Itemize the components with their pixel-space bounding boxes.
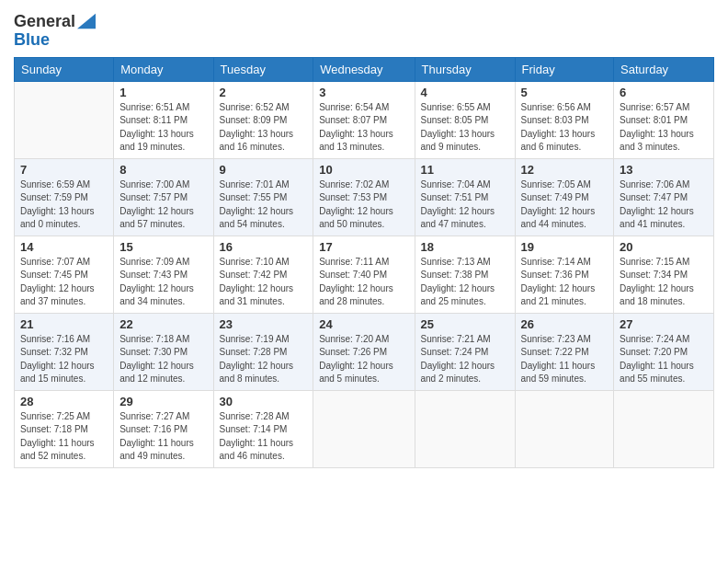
calendar-cell <box>313 390 415 467</box>
calendar-cell: 30Sunrise: 7:28 AMSunset: 7:14 PMDayligh… <box>213 390 313 467</box>
day-info: Sunrise: 7:25 AMSunset: 7:18 PMDaylight:… <box>20 410 108 464</box>
day-info: Sunrise: 7:27 AMSunset: 7:16 PMDaylight:… <box>119 410 207 464</box>
day-number: 11 <box>421 163 509 177</box>
logo-text-general: General <box>14 13 75 31</box>
day-info: Sunrise: 7:18 AMSunset: 7:30 PMDaylight:… <box>119 333 207 386</box>
day-number: 1 <box>119 86 207 99</box>
day-number: 5 <box>521 86 609 99</box>
day-info: Sunrise: 7:09 AMSunset: 7:43 PMDaylight:… <box>119 256 207 309</box>
day-info: Sunrise: 7:11 AMSunset: 7:40 PMDaylight:… <box>319 256 408 309</box>
header: General Blue <box>14 9 714 50</box>
calendar-cell: 2Sunrise: 6:52 AMSunset: 8:09 PMDaylight… <box>213 81 313 158</box>
day-info: Sunrise: 6:55 AMSunset: 8:05 PMDaylight:… <box>421 101 509 155</box>
calendar-cell: 7Sunrise: 6:59 AMSunset: 7:59 PMDaylight… <box>15 158 114 236</box>
calendar-cell <box>415 390 515 467</box>
header-friday: Friday <box>515 57 614 81</box>
calendar-cell <box>15 81 114 158</box>
calendar-cell: 27Sunrise: 7:24 AMSunset: 7:20 PMDayligh… <box>614 313 714 390</box>
day-info: Sunrise: 6:59 AMSunset: 7:59 PMDaylight:… <box>20 178 108 232</box>
day-number: 8 <box>119 163 207 177</box>
day-info: Sunrise: 7:00 AMSunset: 7:57 PMDaylight:… <box>119 178 207 232</box>
day-number: 27 <box>620 317 708 331</box>
day-number: 20 <box>620 240 708 254</box>
calendar-cell: 10Sunrise: 7:02 AMSunset: 7:53 PMDayligh… <box>313 158 415 236</box>
calendar-cell: 20Sunrise: 7:15 AMSunset: 7:34 PMDayligh… <box>614 236 714 313</box>
day-number: 25 <box>421 317 509 331</box>
calendar-cell: 14Sunrise: 7:07 AMSunset: 7:45 PMDayligh… <box>15 236 114 313</box>
day-info: Sunrise: 7:06 AMSunset: 7:47 PMDaylight:… <box>620 178 708 232</box>
day-info: Sunrise: 7:16 AMSunset: 7:32 PMDaylight:… <box>20 333 108 386</box>
day-info: Sunrise: 7:10 AMSunset: 7:42 PMDaylight:… <box>220 256 308 309</box>
calendar-cell: 11Sunrise: 7:04 AMSunset: 7:51 PMDayligh… <box>415 158 515 236</box>
day-info: Sunrise: 7:13 AMSunset: 7:38 PMDaylight:… <box>421 256 509 309</box>
day-info: Sunrise: 7:23 AMSunset: 7:22 PMDaylight:… <box>521 333 609 386</box>
day-info: Sunrise: 6:54 AMSunset: 8:07 PMDaylight:… <box>319 101 408 155</box>
logo-text-blue: Blue <box>14 31 96 50</box>
day-number: 7 <box>20 163 108 177</box>
day-info: Sunrise: 6:52 AMSunset: 8:09 PMDaylight:… <box>220 101 308 155</box>
day-info: Sunrise: 7:20 AMSunset: 7:26 PMDaylight:… <box>319 333 408 386</box>
day-number: 13 <box>620 163 708 177</box>
day-number: 16 <box>220 240 308 254</box>
day-number: 18 <box>421 240 509 254</box>
day-number: 15 <box>119 240 207 254</box>
day-number: 9 <box>220 163 308 177</box>
day-number: 10 <box>319 163 408 177</box>
calendar-cell <box>614 390 714 467</box>
day-info: Sunrise: 7:24 AMSunset: 7:20 PMDaylight:… <box>620 333 708 386</box>
calendar-cell: 5Sunrise: 6:56 AMSunset: 8:03 PMDaylight… <box>515 81 614 158</box>
header-thursday: Thursday <box>415 57 515 81</box>
day-number: 19 <box>521 240 609 254</box>
logo: General Blue <box>14 13 96 50</box>
day-number: 3 <box>319 86 408 99</box>
calendar-cell: 19Sunrise: 7:14 AMSunset: 7:36 PMDayligh… <box>515 236 614 313</box>
day-number: 23 <box>220 317 308 331</box>
calendar-cell: 6Sunrise: 6:57 AMSunset: 8:01 PMDaylight… <box>614 81 714 158</box>
logo-icon <box>77 12 96 30</box>
header-wednesday: Wednesday <box>313 57 415 81</box>
day-number: 26 <box>521 317 609 331</box>
day-number: 29 <box>119 395 207 408</box>
day-info: Sunrise: 6:57 AMSunset: 8:01 PMDaylight:… <box>620 101 708 155</box>
calendar-cell: 12Sunrise: 7:05 AMSunset: 7:49 PMDayligh… <box>515 158 614 236</box>
calendar-cell: 15Sunrise: 7:09 AMSunset: 7:43 PMDayligh… <box>114 236 213 313</box>
calendar-cell: 17Sunrise: 7:11 AMSunset: 7:40 PMDayligh… <box>313 236 415 313</box>
calendar-cell: 8Sunrise: 7:00 AMSunset: 7:57 PMDaylight… <box>114 158 213 236</box>
day-number: 24 <box>319 317 408 331</box>
calendar-cell: 9Sunrise: 7:01 AMSunset: 7:55 PMDaylight… <box>213 158 313 236</box>
day-info: Sunrise: 7:02 AMSunset: 7:53 PMDaylight:… <box>319 178 408 232</box>
calendar-week-row: 28Sunrise: 7:25 AMSunset: 7:18 PMDayligh… <box>15 390 714 467</box>
header-monday: Monday <box>114 57 213 81</box>
day-number: 12 <box>521 163 609 177</box>
day-info: Sunrise: 7:07 AMSunset: 7:45 PMDaylight:… <box>20 256 108 309</box>
header-sunday: Sunday <box>15 57 114 81</box>
calendar-cell: 3Sunrise: 6:54 AMSunset: 8:07 PMDaylight… <box>313 81 415 158</box>
weekday-header-row: Sunday Monday Tuesday Wednesday Thursday… <box>15 57 714 81</box>
calendar-cell: 28Sunrise: 7:25 AMSunset: 7:18 PMDayligh… <box>15 390 114 467</box>
svg-marker-0 <box>77 14 96 29</box>
calendar-week-row: 14Sunrise: 7:07 AMSunset: 7:45 PMDayligh… <box>15 236 714 313</box>
calendar-cell: 13Sunrise: 7:06 AMSunset: 7:47 PMDayligh… <box>614 158 714 236</box>
calendar-cell: 24Sunrise: 7:20 AMSunset: 7:26 PMDayligh… <box>313 313 415 390</box>
calendar-cell: 16Sunrise: 7:10 AMSunset: 7:42 PMDayligh… <box>213 236 313 313</box>
day-info: Sunrise: 7:28 AMSunset: 7:14 PMDaylight:… <box>220 410 308 464</box>
day-number: 30 <box>220 395 308 408</box>
calendar-cell: 23Sunrise: 7:19 AMSunset: 7:28 PMDayligh… <box>213 313 313 390</box>
day-info: Sunrise: 7:21 AMSunset: 7:24 PMDaylight:… <box>421 333 509 386</box>
calendar-cell: 29Sunrise: 7:27 AMSunset: 7:16 PMDayligh… <box>114 390 213 467</box>
day-number: 21 <box>20 317 108 331</box>
day-info: Sunrise: 7:04 AMSunset: 7:51 PMDaylight:… <box>421 178 509 232</box>
day-info: Sunrise: 6:56 AMSunset: 8:03 PMDaylight:… <box>521 101 609 155</box>
day-number: 6 <box>620 86 708 99</box>
day-info: Sunrise: 7:19 AMSunset: 7:28 PMDaylight:… <box>220 333 308 386</box>
calendar-cell: 4Sunrise: 6:55 AMSunset: 8:05 PMDaylight… <box>415 81 515 158</box>
day-number: 22 <box>119 317 207 331</box>
day-number: 14 <box>20 240 108 254</box>
calendar-cell <box>515 390 614 467</box>
header-tuesday: Tuesday <box>213 57 313 81</box>
day-info: Sunrise: 7:14 AMSunset: 7:36 PMDaylight:… <box>521 256 609 309</box>
day-info: Sunrise: 7:01 AMSunset: 7:55 PMDaylight:… <box>220 178 308 232</box>
calendar-week-row: 7Sunrise: 6:59 AMSunset: 7:59 PMDaylight… <box>15 158 714 236</box>
page: General Blue Sunday Monday Tuesday Wedne… <box>0 0 728 563</box>
day-info: Sunrise: 6:51 AMSunset: 8:11 PMDaylight:… <box>119 101 207 155</box>
